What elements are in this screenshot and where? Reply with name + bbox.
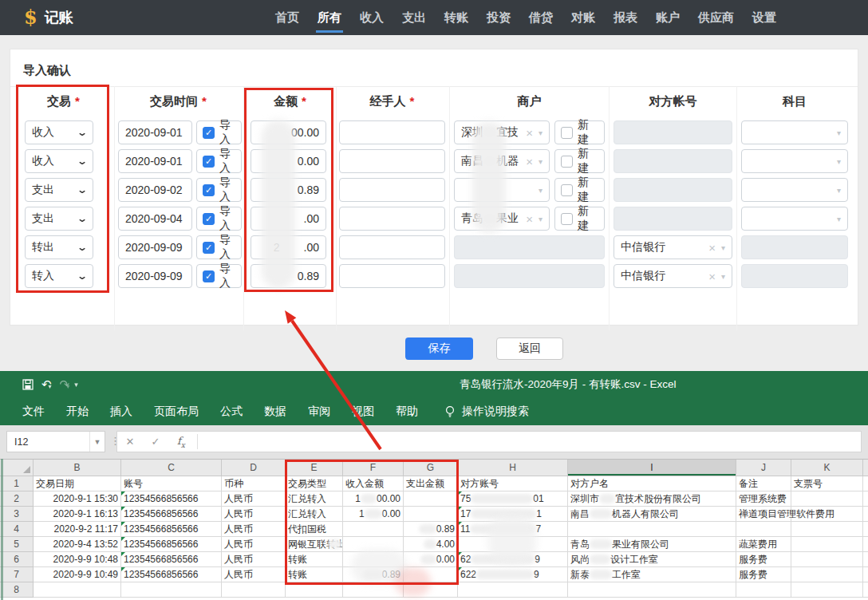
- row-header[interactable]: 3: [0, 507, 34, 522]
- nav-item-settings[interactable]: 设置: [751, 0, 778, 35]
- cell-expense[interactable]: 0.89: [404, 522, 458, 537]
- cell-date[interactable]: 2020-9-1 16:13: [34, 507, 121, 522]
- cell-type[interactable]: 转账: [286, 567, 343, 582]
- cell-account[interactable]: 12354566856566: [121, 491, 222, 507]
- column-header-I-selected[interactable]: I: [568, 460, 736, 476]
- row-header[interactable]: 8: [0, 582, 34, 598]
- cell-currency[interactable]: 人民币: [222, 522, 286, 537]
- nav-item-home[interactable]: 首页: [274, 0, 301, 35]
- ribbon-tab-home[interactable]: 开始: [66, 405, 89, 419]
- merchant-select[interactable]: 青岛果业×▾: [454, 207, 550, 231]
- ribbon-tab-insert[interactable]: 插入: [110, 405, 132, 419]
- merchant-select[interactable]: 南昌机器×▾: [454, 149, 550, 173]
- cell-empty[interactable]: [736, 582, 791, 598]
- cell-type[interactable]: 汇兑转入: [286, 491, 343, 507]
- cell-currency[interactable]: 人民币: [222, 507, 286, 522]
- cell-header-account[interactable]: 账号: [121, 476, 222, 491]
- cell-header-cp-account[interactable]: 对方账号: [458, 476, 568, 491]
- ribbon-tab-help[interactable]: 帮助: [396, 405, 418, 419]
- new-merchant-checkbox[interactable]: 新建: [554, 120, 605, 144]
- clear-icon[interactable]: ×: [526, 156, 533, 168]
- cell-account[interactable]: 12354566856566: [121, 567, 222, 582]
- subject-select[interactable]: ▾: [741, 207, 848, 231]
- cell-account[interactable]: 12354566856566: [121, 522, 222, 537]
- amount-input[interactable]: 00.00: [251, 120, 326, 144]
- formula-input[interactable]: [201, 432, 861, 452]
- import-checkbox[interactable]: ✓导入: [196, 149, 242, 173]
- cell-date[interactable]: 2020-9-4 13:52: [34, 537, 121, 552]
- nav-item-expense[interactable]: 支出: [400, 0, 428, 35]
- column-header-F[interactable]: F: [343, 460, 404, 476]
- cell-header-expense[interactable]: 支出金额: [404, 476, 458, 491]
- cell-expense[interactable]: [404, 507, 458, 522]
- cancel-entry-icon[interactable]: ✕: [117, 436, 143, 448]
- import-checkbox[interactable]: ✓导入: [196, 235, 242, 259]
- column-header-D[interactable]: D: [222, 460, 286, 476]
- column-header-E[interactable]: E: [286, 460, 343, 476]
- cell-type[interactable]: 代扣国税: [286, 522, 343, 537]
- row-header[interactable]: 7: [0, 567, 34, 582]
- transaction-type-select[interactable]: 转入⌄: [25, 264, 93, 288]
- cell-date[interactable]: 2020-9-1 15:30: [34, 491, 121, 507]
- nav-item-account[interactable]: 账户: [654, 0, 681, 35]
- row-header[interactable]: 1: [0, 476, 34, 491]
- cell-cheque[interactable]: [791, 552, 863, 567]
- cell-cp-account[interactable]: [458, 537, 568, 552]
- cell-header-note[interactable]: 备注: [736, 476, 791, 491]
- cell-income[interactable]: 100.00: [343, 491, 404, 507]
- cell-cheque[interactable]: [791, 567, 863, 582]
- clear-icon[interactable]: ×: [708, 270, 716, 282]
- checkbox-checked-icon[interactable]: ✓: [203, 156, 215, 168]
- cell-currency[interactable]: 人民币: [222, 491, 286, 507]
- nav-item-invest[interactable]: 投资: [485, 0, 512, 35]
- cell-note[interactable]: [736, 522, 791, 537]
- cell-cp-account[interactable]: 629: [458, 552, 568, 567]
- cell-note[interactable]: 服务费: [736, 567, 791, 582]
- customize-qat-icon[interactable]: ▾: [74, 381, 78, 389]
- cell-header-income[interactable]: 收入金额: [343, 476, 404, 491]
- nav-item-reconcile[interactable]: 对账: [570, 0, 597, 35]
- handler-input[interactable]: [339, 264, 445, 288]
- cell-income[interactable]: [343, 522, 404, 537]
- cell-note[interactable]: 禅道项目管理软件费用: [736, 507, 791, 522]
- checkbox-checked-icon[interactable]: ✓: [203, 127, 215, 139]
- transaction-date-input[interactable]: 2020-09-04: [118, 207, 192, 231]
- cell-cp-name[interactable]: [568, 522, 736, 537]
- checkbox-checked-icon[interactable]: ✓: [203, 270, 215, 282]
- ribbon-tab-formulas[interactable]: 公式: [220, 405, 243, 419]
- cell-cheque[interactable]: [791, 522, 863, 537]
- cell-income[interactable]: 0.89: [343, 567, 404, 582]
- name-box[interactable]: I12▼: [6, 431, 105, 452]
- counterparty-account-select[interactable]: 中信银行×▾: [614, 264, 732, 288]
- transaction-type-select[interactable]: 收入⌄: [25, 120, 93, 144]
- checkbox-unchecked-icon[interactable]: [561, 213, 573, 225]
- cell-cheque[interactable]: [791, 537, 863, 552]
- back-button[interactable]: 返回: [496, 338, 563, 360]
- row-header[interactable]: 4: [0, 522, 34, 537]
- column-header-H[interactable]: H: [458, 460, 568, 476]
- cell-income[interactable]: [343, 552, 404, 567]
- tell-me-search[interactable]: 操作说明搜索: [444, 405, 529, 419]
- cell-empty[interactable]: [286, 582, 343, 598]
- transaction-date-input[interactable]: 2020-09-02: [118, 178, 192, 202]
- ribbon-tab-file[interactable]: 文件: [22, 405, 45, 419]
- transaction-type-select[interactable]: 支出⌄: [25, 178, 93, 202]
- cell-header-cp-name[interactable]: 对方户名: [568, 476, 736, 491]
- transaction-type-select[interactable]: 支出⌄: [25, 207, 93, 231]
- cell-cp-account[interactable]: 117: [458, 522, 568, 537]
- nav-item-supplier[interactable]: 供应商: [696, 0, 736, 35]
- new-merchant-checkbox[interactable]: 新建: [554, 178, 605, 202]
- cell-cp-name[interactable]: 南昌机器人有限公司: [568, 507, 736, 522]
- transaction-type-select[interactable]: 转出⌄: [25, 235, 93, 259]
- cell-cp-account[interactable]: 6229: [458, 567, 568, 582]
- cell-note[interactable]: 服务费: [736, 552, 791, 567]
- nav-item-income[interactable]: 收入: [358, 0, 385, 35]
- row-header[interactable]: 6: [0, 552, 34, 567]
- amount-input[interactable]: 0.89: [251, 178, 326, 202]
- handler-input[interactable]: [339, 235, 445, 259]
- cell-note[interactable]: 蔬菜费用: [736, 537, 791, 552]
- handler-input[interactable]: [339, 120, 445, 144]
- cell-type[interactable]: 转账: [286, 552, 343, 567]
- checkbox-checked-icon[interactable]: ✓: [203, 242, 215, 254]
- nav-item-transfer[interactable]: 转账: [443, 0, 470, 35]
